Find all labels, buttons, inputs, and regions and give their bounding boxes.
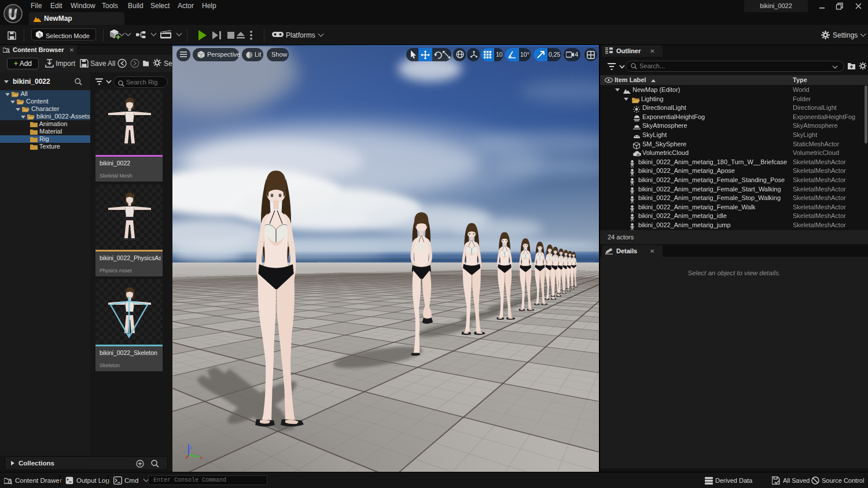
svg-text:z: z [190, 445, 192, 450]
svg-text:x: x [200, 455, 202, 460]
